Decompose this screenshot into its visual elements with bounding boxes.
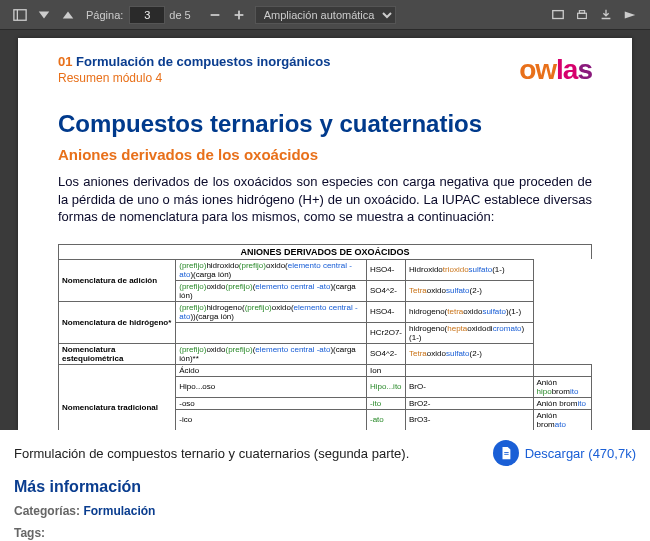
tools-icon[interactable] xyxy=(620,5,640,25)
brand-logo: owlas xyxy=(519,54,592,86)
download-file-icon xyxy=(493,440,519,466)
svg-rect-6 xyxy=(578,13,587,18)
page-label: Página: xyxy=(86,9,123,21)
tags-row: Tags: xyxy=(14,526,636,540)
doc-section-title: Formulación de compuestos inorgánicos xyxy=(76,54,330,69)
doc-subtitle: Resumen módulo 4 xyxy=(58,71,330,85)
next-page-icon[interactable] xyxy=(58,5,78,25)
more-info-heading: Más información xyxy=(14,478,636,496)
print-icon[interactable] xyxy=(572,5,592,25)
doc-section-num: 01 xyxy=(58,54,72,69)
nomenclature-table: Nomenclatura de adición (prefijo)hidroxi… xyxy=(58,259,592,430)
document-caption: Formulación de compuestos ternario y cua… xyxy=(14,446,493,461)
category-link[interactable]: Formulación xyxy=(83,504,155,518)
sidebar-toggle-icon[interactable] xyxy=(10,5,30,25)
zoom-out-icon[interactable] xyxy=(205,5,225,25)
svg-rect-5 xyxy=(553,10,564,18)
zoom-in-icon[interactable] xyxy=(229,5,249,25)
svg-rect-2 xyxy=(210,14,219,16)
pdf-canvas[interactable]: 01 Formulación de compuestos inorgánicos… xyxy=(0,30,650,430)
table-title: ANIONES DERIVADOS DE OXOÁCIDOS xyxy=(58,244,592,259)
svg-rect-0 xyxy=(14,9,26,20)
svg-rect-4 xyxy=(238,10,240,19)
pdf-page: 01 Formulación de compuestos inorgánicos… xyxy=(18,38,632,430)
pdf-toolbar: Página: de 5 Ampliación automática xyxy=(0,0,650,30)
download-icon[interactable] xyxy=(596,5,616,25)
intro-paragraph: Los aniones derivados de los oxoácidos s… xyxy=(58,173,592,226)
presentation-icon[interactable] xyxy=(548,5,568,25)
page-subheading: Aniones derivados de los oxoácidos xyxy=(58,146,592,163)
download-button[interactable]: Descargar (470,7k) xyxy=(493,440,636,466)
svg-rect-7 xyxy=(579,10,584,13)
page-of-label: de 5 xyxy=(169,9,190,21)
svg-rect-9 xyxy=(504,454,508,455)
svg-rect-8 xyxy=(504,452,508,453)
prev-page-icon[interactable] xyxy=(34,5,54,25)
page-number-input[interactable] xyxy=(129,6,165,24)
zoom-select[interactable]: Ampliación automática xyxy=(255,6,396,24)
page-heading: Compuestos ternarios y cuaternatios xyxy=(58,110,592,138)
categories-row: Categorías: Formulación xyxy=(14,504,636,518)
